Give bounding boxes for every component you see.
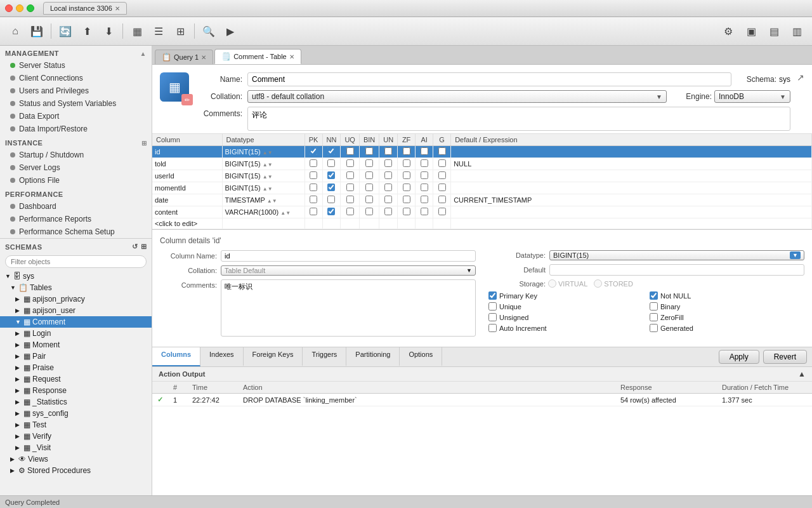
revert-button[interactable]: Revert [763, 350, 807, 364]
pk-checkbox-4[interactable] [310, 196, 317, 203]
col-row-told[interactable]: toldBIGINT(15) ▲▼NULL [152, 158, 812, 170]
col-row-content[interactable]: contentVARCHAR(1000) ▲▼ [152, 206, 812, 218]
col-pk-cell-3[interactable] [304, 182, 322, 194]
col-g-cell-6[interactable] [433, 218, 451, 229]
col-datatype-cell-3[interactable]: BIGINT(15) ▲▼ [222, 182, 304, 194]
toolbar-layout1-btn[interactable]: ▣ [741, 21, 761, 41]
col-ai-cell-3[interactable] [416, 182, 433, 194]
pk-checkbox-5[interactable] [310, 208, 317, 215]
col-g-cell-3[interactable] [433, 182, 451, 194]
primary-key-label[interactable]: Primary Key [488, 291, 643, 300]
generated-checkbox[interactable] [650, 324, 658, 332]
col-pk-cell-5[interactable] [304, 206, 322, 218]
bin-checkbox-4[interactable] [365, 196, 373, 203]
col-bin-cell-0[interactable] [359, 146, 379, 158]
pk-checkbox-3[interactable] [310, 184, 317, 191]
un-checkbox-2[interactable] [384, 171, 392, 179]
col-collation-select[interactable]: Table Default ▼ [221, 265, 476, 276]
primary-key-checkbox[interactable] [488, 291, 497, 300]
ai-checkbox-2[interactable] [421, 171, 428, 179]
col-ai-cell-6[interactable] [416, 218, 433, 229]
binary-checkbox[interactable] [650, 302, 658, 311]
zf-checkbox-4[interactable] [403, 196, 410, 203]
col-bin-cell-6[interactable] [359, 218, 379, 229]
tree-sys-schema[interactable]: ▼ 🗄 sys [0, 271, 152, 282]
ai-checkbox-3[interactable] [421, 184, 428, 191]
bin-checkbox-3[interactable] [365, 184, 373, 191]
zf-checkbox-0[interactable] [403, 147, 410, 155]
col-row-id[interactable]: idBIGINT(15) ▲▼ [152, 146, 812, 158]
col-pk-cell-2[interactable] [304, 170, 322, 182]
col-ai-cell-5[interactable] [416, 206, 433, 218]
col-nn-cell-6[interactable] [322, 218, 341, 229]
col-uq-cell-4[interactable] [341, 194, 360, 206]
collation-select[interactable]: utf8 - default collation ▼ [247, 90, 667, 103]
tree-table-apijson-privacy[interactable]: ▶ ▦ apijson_privacy [0, 293, 152, 305]
col-zf-cell-0[interactable] [398, 146, 416, 158]
comments-textarea[interactable]: 评论 [247, 107, 790, 131]
col-datatype-cell-4[interactable]: TIMESTAMP ▲▼ [222, 194, 304, 206]
tree-table-praise[interactable]: ▶ ▦ Praise [0, 362, 152, 373]
g-checkbox-1[interactable] [438, 159, 446, 167]
toolbar-home-btn[interactable]: ⌂ [5, 21, 25, 41]
tree-table-login[interactable]: ▶ ▦ Login [0, 328, 152, 339]
tree-views-node[interactable]: ▶ 👁 Views [0, 453, 152, 465]
col-bin-cell-1[interactable] [359, 158, 379, 170]
col-nn-cell-0[interactable] [322, 146, 341, 158]
zerofill-checkbox[interactable] [650, 313, 658, 321]
col-name-cell-6[interactable]: <click to edit> [152, 218, 222, 229]
col-nn-cell-1[interactable] [322, 158, 341, 170]
uq-checkbox-3[interactable] [346, 184, 354, 191]
tree-table-verify[interactable]: ▶ ▦ Verify [0, 431, 152, 442]
un-checkbox-3[interactable] [384, 184, 392, 191]
col-zf-cell-5[interactable] [398, 206, 416, 218]
toolbar-down-btn[interactable]: ⬇ [98, 21, 119, 41]
sidebar-item-server-logs[interactable]: Server Logs [0, 161, 152, 174]
col-uq-cell-3[interactable] [341, 182, 360, 194]
sidebar-item-performance-reports[interactable]: Performance Reports [0, 213, 152, 225]
g-checkbox-3[interactable] [438, 184, 446, 191]
binary-label[interactable]: Binary [650, 302, 804, 311]
unique-label[interactable]: Unique [488, 302, 643, 311]
col-uq-cell-6[interactable] [341, 218, 360, 229]
zerofill-label[interactable]: ZeroFill [650, 313, 804, 321]
unique-checkbox[interactable] [488, 302, 497, 311]
col-name-cell-2[interactable]: userId [152, 170, 222, 182]
uq-checkbox-5[interactable] [346, 208, 354, 215]
uq-checkbox-0[interactable] [346, 147, 354, 155]
action-output-collapse-icon[interactable]: ▲ [798, 370, 806, 378]
tree-table-apijson-user[interactable]: ▶ ▦ apijson_user [0, 305, 152, 316]
bottom-tab-indexes[interactable]: Indexes [200, 347, 244, 366]
toolbar-search-btn[interactable]: 🔍 [199, 21, 219, 41]
nn-checkbox-5[interactable] [327, 208, 335, 215]
apply-button[interactable]: Apply [719, 350, 759, 364]
toolbar-grid-btn[interactable]: ⊞ [170, 21, 190, 41]
sidebar-item-options-file[interactable]: Options File [0, 174, 152, 187]
sidebar-item-dashboard[interactable]: Dashboard [0, 200, 152, 213]
auto-increment-checkbox[interactable] [488, 324, 497, 332]
storage-virtual-label[interactable]: VIRTUAL [548, 279, 587, 288]
col-zf-cell-6[interactable] [398, 218, 416, 229]
row-arrows-5[interactable]: ▲▼ [280, 210, 291, 216]
uq-checkbox-4[interactable] [346, 196, 354, 203]
col-zf-cell-1[interactable] [398, 158, 416, 170]
ai-checkbox-1[interactable] [421, 159, 428, 167]
unsigned-label[interactable]: Unsigned [488, 313, 643, 321]
col-zf-cell-3[interactable] [398, 182, 416, 194]
col-nn-cell-4[interactable] [322, 194, 341, 206]
bottom-tab-partitioning[interactable]: Partitioning [346, 347, 400, 366]
storage-virtual-radio[interactable] [548, 279, 556, 288]
col-row-click-to-edit[interactable]: <click to edit> [152, 218, 812, 229]
not-null-label[interactable]: Not NULL [650, 291, 804, 300]
tree-table-visit[interactable]: ▶ ▦ _Visit [0, 442, 152, 453]
col-ai-cell-1[interactable] [416, 158, 433, 170]
tree-table-moment[interactable]: ▶ ▦ Moment [0, 339, 152, 351]
col-datatype-cell-6[interactable] [222, 218, 304, 229]
col-row-userId[interactable]: userIdBIGINT(15) ▲▼ [152, 170, 812, 182]
pk-checkbox-0[interactable] [310, 147, 317, 155]
col-datatype-cell-5[interactable]: VARCHAR(1000) ▲▼ [222, 206, 304, 218]
col-row-date[interactable]: dateTIMESTAMP ▲▼CURRENT_TIMESTAMP [152, 194, 812, 206]
row-arrows-4[interactable]: ▲▼ [267, 198, 277, 204]
col-un-cell-4[interactable] [379, 194, 398, 206]
col-bin-cell-5[interactable] [359, 206, 379, 218]
